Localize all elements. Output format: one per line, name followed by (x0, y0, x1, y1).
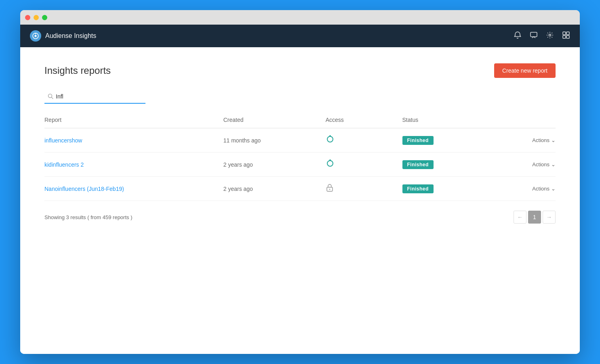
svg-point-18 (329, 189, 330, 190)
results-text: Showing 3 results ( from 459 reports ) (44, 214, 132, 220)
svg-rect-3 (531, 32, 537, 37)
chevron-down-icon: ⌄ (551, 137, 556, 143)
col-header-created: Created (223, 113, 326, 128)
report-link-2[interactable]: Nanoinfluencers (Jun18-Feb19) (44, 186, 124, 192)
svg-point-4 (549, 34, 551, 36)
col-header-actions (479, 113, 556, 128)
svg-point-11 (327, 136, 333, 142)
brand-logo (30, 30, 41, 42)
cell-created: 2 years ago (223, 153, 326, 177)
status-badge-0: Finished (402, 136, 434, 145)
svg-line-10 (52, 97, 53, 99)
access-icon-1 (326, 161, 335, 169)
search-input[interactable] (44, 90, 145, 104)
table-body: influencershow 11 months ago Finished Ac… (44, 128, 556, 201)
titlebar (20, 10, 580, 25)
search-icon (48, 94, 53, 100)
cell-actions: Actions ⌄ (479, 177, 556, 201)
cell-status: Finished (402, 128, 479, 153)
app-container: Audiense Insights (20, 25, 580, 354)
next-page-button[interactable]: → (543, 211, 556, 224)
grid-icon[interactable] (562, 31, 570, 41)
status-badge-2: Finished (402, 184, 434, 193)
cell-access (326, 177, 402, 201)
cell-report-name: Nanoinfluencers (Jun18-Feb19) (44, 177, 223, 201)
close-button[interactable] (25, 15, 30, 20)
chevron-down-icon: ⌄ (551, 186, 556, 192)
next-arrow-icon: → (546, 214, 552, 220)
col-header-status: Status (402, 113, 479, 128)
cell-created: 2 years ago (223, 177, 326, 201)
reports-table: Report Created Access Status influencers… (44, 113, 556, 201)
cell-status: Finished (402, 177, 479, 201)
table-header: Report Created Access Status (44, 113, 556, 128)
table-row: kidinfluencers 2 2 years ago Finished Ac… (44, 153, 556, 177)
status-badge-1: Finished (402, 160, 434, 169)
search-wrapper (44, 90, 145, 104)
cell-report-name: influencershow (44, 128, 223, 153)
navbar-icons (514, 31, 570, 41)
svg-rect-8 (566, 36, 569, 38)
prev-arrow-icon: ← (517, 214, 523, 220)
page-title: Insights reports (44, 65, 111, 76)
brand-name: Audiense Insights (45, 32, 96, 40)
page-header: Insights reports Create new report (44, 63, 556, 78)
cell-report-name: kidinfluencers 2 (44, 153, 223, 177)
cell-access (326, 153, 402, 177)
actions-button-2[interactable]: Actions ⌄ (532, 186, 556, 192)
navbar: Audiense Insights (20, 25, 580, 47)
cell-actions: Actions ⌄ (479, 128, 556, 153)
svg-rect-5 (563, 32, 566, 35)
cell-access (326, 128, 402, 153)
svg-rect-7 (563, 36, 566, 38)
col-header-report: Report (44, 113, 223, 128)
pagination-area: Showing 3 results ( from 459 reports ) ←… (44, 211, 556, 224)
svg-rect-6 (566, 32, 569, 35)
svg-point-1 (35, 35, 37, 37)
actions-button-1[interactable]: Actions ⌄ (532, 161, 556, 167)
table-row: Nanoinfluencers (Jun18-Feb19) 2 years ag… (44, 177, 556, 201)
col-header-access: Access (326, 113, 402, 128)
minimize-button[interactable] (34, 15, 39, 20)
page-1-button[interactable]: 1 (528, 211, 541, 224)
gear-icon[interactable] (546, 31, 554, 41)
maximize-button[interactable] (42, 15, 47, 20)
created-text-0: 11 months ago (223, 137, 261, 144)
cell-created: 11 months ago (223, 128, 326, 153)
chat-icon[interactable] (530, 31, 538, 41)
created-text-1: 2 years ago (223, 161, 253, 168)
create-report-button[interactable]: Create new report (494, 63, 556, 78)
prev-page-button[interactable]: ← (514, 211, 526, 224)
bell-icon[interactable] (514, 31, 522, 41)
main-content: Insights reports Create new report Repor… (20, 47, 580, 354)
actions-button-0[interactable]: Actions ⌄ (532, 137, 556, 143)
access-icon-0 (326, 137, 335, 145)
app-window: Audiense Insights (20, 10, 580, 354)
created-text-2: 2 years ago (223, 186, 253, 192)
svg-point-14 (327, 161, 333, 166)
chevron-down-icon: ⌄ (551, 161, 556, 167)
report-link-1[interactable]: kidinfluencers 2 (44, 161, 84, 168)
cell-status: Finished (402, 153, 479, 177)
cell-actions: Actions ⌄ (479, 153, 556, 177)
report-link-0[interactable]: influencershow (44, 137, 82, 144)
table-row: influencershow 11 months ago Finished Ac… (44, 128, 556, 153)
access-icon-2 (326, 186, 334, 194)
brand: Audiense Insights (30, 30, 96, 42)
pagination: ← 1 → (514, 211, 556, 224)
